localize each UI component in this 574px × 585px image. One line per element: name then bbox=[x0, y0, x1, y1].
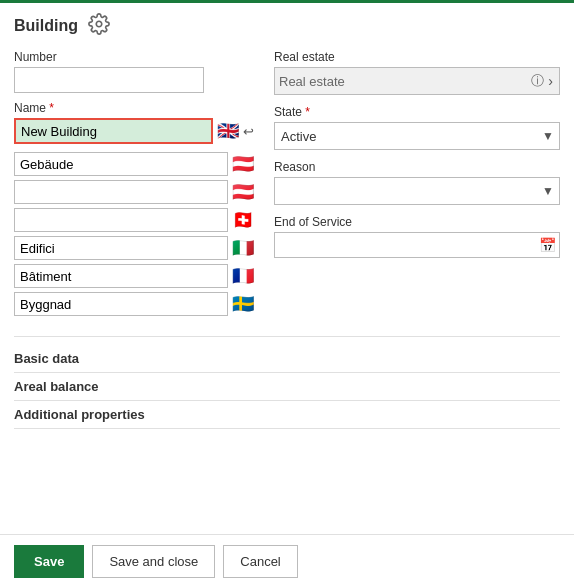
right-column: Real estate Real estate ⓘ › State * Acti… bbox=[274, 50, 560, 320]
real-estate-arrow-button[interactable]: › bbox=[546, 73, 555, 89]
language-rows: 🇦🇹 🇦🇹 🇨🇭 🇮🇹 bbox=[14, 152, 254, 316]
state-field: State * Active Inactive ▼ bbox=[274, 105, 560, 150]
state-label: State * bbox=[274, 105, 560, 119]
reason-select[interactable] bbox=[274, 177, 560, 205]
end-of-service-input[interactable] bbox=[274, 232, 560, 258]
lang-input-de2[interactable] bbox=[14, 180, 228, 204]
save-button[interactable]: Save bbox=[14, 545, 84, 578]
sections-area: Basic data Areal balance Additional prop… bbox=[14, 336, 560, 429]
se-flag: 🇸🇪 bbox=[232, 293, 254, 315]
state-select-wrapper: Active Inactive ▼ bbox=[274, 122, 560, 150]
reason-field: Reason ▼ bbox=[274, 160, 560, 205]
number-input[interactable] bbox=[14, 67, 204, 93]
lang-input-it[interactable] bbox=[14, 236, 228, 260]
lang-row-fr: 🇫🇷 bbox=[14, 264, 254, 288]
name-required: * bbox=[46, 101, 54, 115]
ch-flag: 🇨🇭 bbox=[232, 209, 254, 231]
real-estate-label: Real estate bbox=[274, 50, 560, 64]
gb-flag: 🇬🇧 bbox=[217, 120, 239, 142]
name-input-wrapper: 🇬🇧 ↩ bbox=[14, 118, 254, 144]
form-section: Number Name * 🇬🇧 ↩ bbox=[14, 50, 560, 320]
lang-row-sv: 🇸🇪 bbox=[14, 292, 254, 316]
lang-row-de2: 🇦🇹 bbox=[14, 180, 254, 204]
header-row: Building bbox=[14, 13, 560, 38]
fr-flag: 🇫🇷 bbox=[232, 265, 254, 287]
lang-input-de[interactable] bbox=[14, 152, 228, 176]
it-flag: 🇮🇹 bbox=[232, 237, 254, 259]
additional-properties-section[interactable]: Additional properties bbox=[14, 401, 560, 429]
basic-data-section[interactable]: Basic data bbox=[14, 345, 560, 373]
real-estate-info-button[interactable]: ⓘ bbox=[529, 72, 546, 90]
number-label: Number bbox=[14, 50, 254, 64]
footer-buttons: Save Save and close Cancel bbox=[0, 534, 574, 585]
lang-input-sv[interactable] bbox=[14, 292, 228, 316]
real-estate-field: Real estate Real estate ⓘ › bbox=[274, 50, 560, 95]
cancel-button[interactable]: Cancel bbox=[223, 545, 297, 578]
at-flag-2: 🇦🇹 bbox=[232, 181, 254, 203]
lang-row-de: 🇦🇹 bbox=[14, 152, 254, 176]
left-column: Number Name * 🇬🇧 ↩ bbox=[14, 50, 254, 320]
save-close-button[interactable]: Save and close bbox=[92, 545, 215, 578]
state-required: * bbox=[302, 105, 310, 119]
lang-input-fr[interactable] bbox=[14, 264, 228, 288]
arrow-back-icon[interactable]: ↩ bbox=[243, 124, 254, 139]
end-of-service-field: End of Service 📅 bbox=[274, 215, 560, 258]
name-label: Name * bbox=[14, 101, 254, 115]
reason-select-wrapper: ▼ bbox=[274, 177, 560, 205]
real-estate-box: Real estate ⓘ › bbox=[274, 67, 560, 95]
number-field-group: Number bbox=[14, 50, 254, 93]
name-input[interactable] bbox=[14, 118, 213, 144]
name-field-group: Name * 🇬🇧 ↩ bbox=[14, 101, 254, 144]
page-title: Building bbox=[14, 17, 78, 35]
areal-balance-section[interactable]: Areal balance bbox=[14, 373, 560, 401]
end-of-service-date-wrapper: 📅 bbox=[274, 232, 560, 258]
real-estate-value: Real estate bbox=[279, 74, 529, 89]
at-flag-1: 🇦🇹 bbox=[232, 153, 254, 175]
reason-label: Reason bbox=[274, 160, 560, 174]
lang-row-ch: 🇨🇭 bbox=[14, 208, 254, 232]
svg-point-0 bbox=[96, 21, 102, 27]
gear-icon[interactable] bbox=[88, 13, 110, 38]
lang-row-it: 🇮🇹 bbox=[14, 236, 254, 260]
state-select[interactable]: Active Inactive bbox=[274, 122, 560, 150]
lang-input-ch[interactable] bbox=[14, 208, 228, 232]
end-of-service-label: End of Service bbox=[274, 215, 560, 229]
name-row-icons: 🇬🇧 ↩ bbox=[217, 120, 254, 142]
